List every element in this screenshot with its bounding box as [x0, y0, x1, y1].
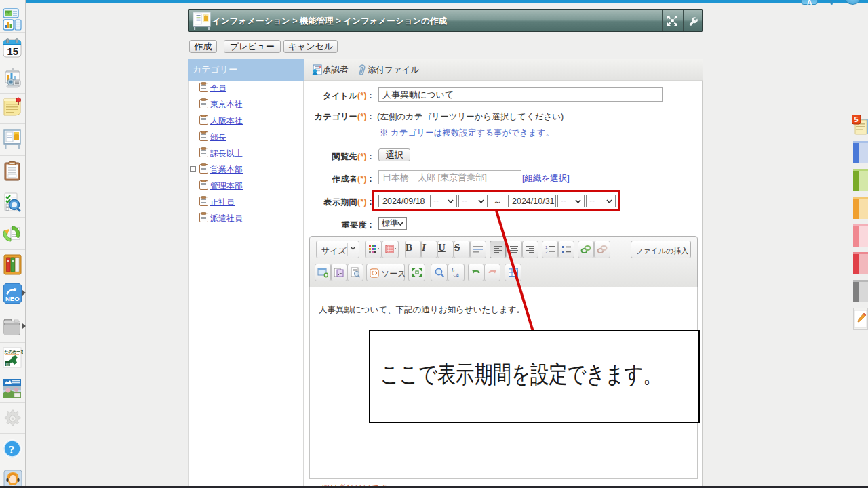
svg-text:b: b [452, 268, 454, 274]
svg-text:指定: 指定 [6, 362, 13, 367]
svg-text:a: a [456, 272, 459, 278]
svg-text:5: 5 [854, 115, 859, 123]
svg-text:たのめーる: たのめーる [5, 350, 24, 354]
svg-text:?: ? [9, 443, 15, 456]
svg-text:NEO: NEO [5, 295, 20, 302]
svg-text:15: 15 [7, 45, 19, 57]
